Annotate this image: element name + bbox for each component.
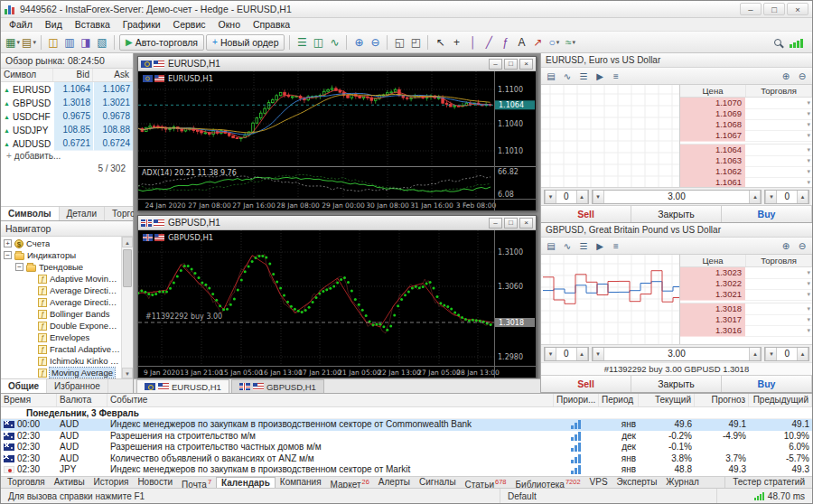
status-profile[interactable]: Default	[500, 489, 717, 503]
dom-settings-icon[interactable]: ≡	[609, 70, 623, 83]
menu-view[interactable]: Вид	[39, 19, 69, 30]
spin-down-button[interactable]: ▾	[765, 191, 777, 203]
close-button[interactable]: ×	[787, 3, 808, 15]
menu-tools[interactable]: Сервис	[167, 19, 212, 30]
toolbox-tab-13[interactable]: Эксперты	[612, 477, 662, 488]
toolbox-tab-6[interactable]: Компания	[276, 477, 326, 488]
dom-panel-title[interactable]: GBPUSD, Great Britain Pound vs US Dollar	[541, 223, 812, 238]
spin-up-button[interactable]: ▴	[797, 348, 808, 360]
toolbar-data-window-icon[interactable]: ▥	[61, 34, 78, 51]
spin-up-button[interactable]: ▴	[749, 191, 761, 203]
dom-bid-row[interactable]: 1.1061▾	[680, 177, 812, 187]
tick-chart[interactable]	[541, 255, 680, 344]
dom-settings-icon[interactable]: ≡	[609, 239, 623, 253]
toolbar-market-watch-icon[interactable]: ◫	[45, 34, 61, 51]
toolbar-cascade-windows-icon[interactable]: ◰	[407, 34, 424, 51]
market-watch-row[interactable]: ▲USDCHF0.96750.9678	[1, 109, 133, 123]
calendar-row[interactable]: 02:30JPYИндекс менеджеров по закупкам в …	[1, 464, 812, 476]
spin-up-button[interactable]: ▴	[797, 191, 808, 203]
dom-ask-row[interactable]: 1.1068▾	[680, 119, 812, 130]
toolbox-tab-9[interactable]: Сигналы	[415, 477, 461, 488]
market-watch-row[interactable]: ▲GBPUSD1.30181.3021	[1, 96, 133, 109]
chart-canvas-eurusd[interactable]: 24 Jan 202027 Jan 08:0027 Jan 16:0028 Ja…	[138, 71, 536, 210]
dom-bid-row[interactable]: 1.1062▾	[680, 166, 812, 177]
navigator-scrollbar[interactable]: ▲ ▼	[121, 237, 133, 378]
dom-new-order-icon[interactable]: ▤	[544, 70, 558, 83]
navigator-item[interactable]: −Трендовые	[1, 261, 121, 273]
status-connection[interactable]: 48.70 ms	[717, 489, 812, 503]
navigator-item[interactable]: −Индикаторы	[1, 249, 121, 261]
toolbar-bars-icon[interactable]: ☰	[294, 34, 310, 51]
calendar-row[interactable]: 02:30AUDКоличество объявлений о вакансия…	[1, 453, 812, 465]
market-watch-row[interactable]: ▲EURUSD1.10641.1067	[1, 82, 133, 96]
calendar-column-7[interactable]: Предыдущий	[749, 394, 812, 406]
chart-close-button[interactable]: ×	[519, 59, 533, 70]
collapse-icon[interactable]: −	[4, 251, 12, 259]
calendar-column-5[interactable]: Текущий	[639, 394, 695, 406]
spin-down-button[interactable]: ▾	[593, 348, 604, 360]
scrollbar-thumb[interactable]	[123, 249, 132, 287]
scroll-up-icon[interactable]: ▲	[122, 237, 133, 247]
market-watch-tab-1[interactable]: Детали	[60, 207, 105, 220]
toolbar-search-icon[interactable]	[770, 34, 786, 51]
spin-down-button[interactable]: ▾	[765, 348, 777, 360]
scroll-down-icon[interactable]: ▼	[122, 368, 133, 378]
calendar-row[interactable]: 02:30AUDРазрешения на строительство м/мд…	[1, 431, 812, 443]
trade-cell[interactable]: ▾	[745, 130, 812, 142]
market-watch-row[interactable]: ▲AUDUSD0.67210.6724	[1, 136, 133, 150]
buy-button[interactable]: Buy	[722, 206, 812, 222]
menu-window[interactable]: Окно	[212, 19, 247, 30]
button-new-order[interactable]: +Новый ордер	[206, 34, 285, 51]
toolbar-zoom-out-icon[interactable]: ⊖	[367, 34, 383, 51]
dom-zoom-out-icon[interactable]: ⊖	[795, 70, 809, 83]
buy-button[interactable]: Buy	[722, 376, 812, 392]
menu-file[interactable]: Файл	[3, 19, 39, 30]
dom-ask-row[interactable]: 1.3023▾	[680, 267, 812, 278]
dom-market-depth-icon[interactable]: ☰	[576, 239, 591, 253]
toolbox-tab-3[interactable]: Новости	[133, 477, 177, 488]
menu-help[interactable]: Справка	[247, 19, 296, 30]
chart-restore-button[interactable]: □	[504, 59, 518, 70]
chart-minimize-button[interactable]: –	[489, 218, 502, 229]
toolbox-tab-1[interactable]: Активы	[50, 477, 89, 488]
toolbox-tab-11[interactable]: Библиотека7202	[511, 477, 585, 488]
chart-area[interactable]: 9 Jan 202013 Jan 21:0015 Jan 05:0016 Jan…	[138, 230, 536, 378]
toolbox-tab-5[interactable]: Календарь	[216, 477, 276, 488]
toolbox-tab-7[interactable]: Маркет26	[326, 477, 374, 488]
navigator-item[interactable]: ƒBollinger Bands	[1, 308, 121, 320]
dom-ask-row[interactable]: 1.1069▾	[680, 108, 812, 119]
toolbar-shapes-icon[interactable]: ○▾	[546, 34, 562, 51]
strategy-tester-tab[interactable]: Тестер стратегий	[724, 477, 812, 488]
toolbar-profiles-icon[interactable]: ▤▾	[21, 34, 37, 51]
dom-zoom-in-icon[interactable]: ⊕	[779, 239, 793, 253]
dom-chart-mode-icon[interactable]: ∿	[560, 239, 575, 253]
menu-charts[interactable]: Графики	[117, 19, 167, 30]
sell-button[interactable]: Sell	[541, 376, 631, 392]
toolbar-text-label-icon[interactable]: A	[513, 34, 529, 51]
dom-bid-row[interactable]: 1.1064▾	[680, 145, 812, 155]
navigator-item[interactable]: ƒEnvelopes	[1, 331, 121, 343]
dom-ask-row[interactable]: 1.1070▾	[680, 98, 812, 108]
toolbar-terminal-icon[interactable]: ▧	[94, 34, 110, 51]
toolbar-candles-icon[interactable]: ◫	[310, 34, 326, 51]
spin-up-button[interactable]: ▴	[576, 191, 588, 203]
maximize-button[interactable]: □	[763, 3, 785, 15]
toolbox-tab-0[interactable]: Торговля	[3, 477, 50, 488]
navigator-item[interactable]: ƒIchimoku Kinko Hyo	[1, 355, 121, 367]
button-auto-trading[interactable]: ▶Авто-торговля	[119, 34, 204, 51]
dom-ask-row[interactable]: 1.1067▾	[680, 130, 812, 141]
chart-close-button[interactable]: ×	[519, 218, 533, 229]
minimize-button[interactable]: –	[740, 3, 762, 15]
calendar-column-0[interactable]: Время	[1, 394, 57, 406]
calendar-column-4[interactable]: Период	[599, 394, 639, 406]
menu-insert[interactable]: Вставка	[69, 19, 117, 30]
dom-chart-mode-icon[interactable]: ∿	[560, 70, 575, 83]
dom-bid-row[interactable]: 1.3017▾	[680, 314, 812, 325]
toolbox-tab-14[interactable]: Журнал	[661, 477, 704, 488]
dom-bid-row[interactable]: 1.3016▾	[680, 325, 812, 336]
close-button[interactable]: Закрыть	[631, 376, 722, 392]
toolbar-line-chart-icon[interactable]: ∿	[326, 34, 342, 51]
chart-tab-eurusd[interactable]: EURUSD,H1	[136, 379, 229, 393]
calendar-column-2[interactable]: Событие	[107, 394, 554, 406]
navigator-tab-1[interactable]: Избранное	[47, 379, 108, 393]
